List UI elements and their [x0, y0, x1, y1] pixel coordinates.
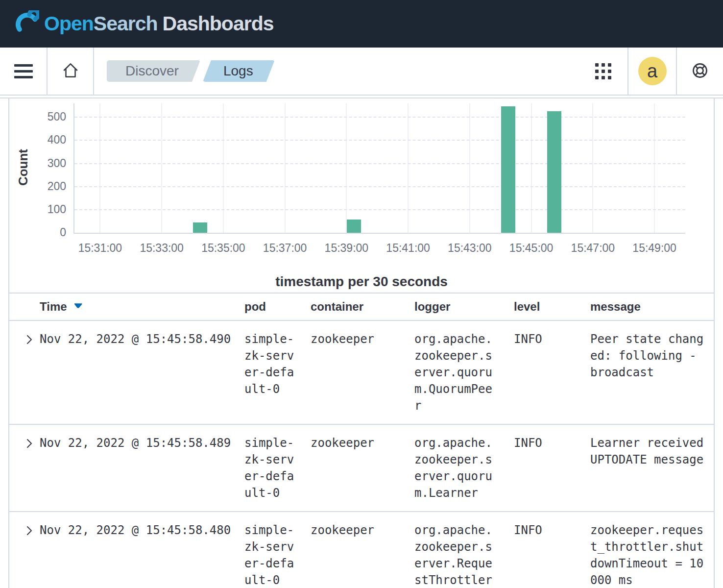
y-axis-line	[73, 103, 74, 233]
chart-vertical-gridline	[654, 103, 655, 233]
x-axis-title: timestamp per 30 seconds	[9, 274, 714, 290]
avatar[interactable]: a	[638, 57, 667, 85]
cell-container: zookeeper	[311, 331, 414, 414]
column-header-message[interactable]: message	[590, 300, 714, 314]
x-axis-tick-label: 15:43:00	[438, 242, 502, 255]
x-axis-line	[73, 233, 685, 234]
cell-level: INFO	[514, 435, 590, 501]
cell-message: zookeeper.request_throttler.shutdownTime…	[590, 522, 707, 588]
log-table-body: Nov 22, 2022 @ 15:45:58.490simple-zk-ser…	[9, 321, 714, 588]
brand-text: OpenSearchDashboards	[44, 12, 274, 35]
cell-level: INFO	[514, 331, 590, 414]
chart-vertical-gridline	[223, 103, 224, 233]
chart-vertical-gridline	[285, 103, 286, 233]
table-header-row: Time pod container logger level message	[9, 293, 714, 321]
x-axis-tick-label: 15:37:00	[253, 242, 317, 255]
y-axis-tick-label: 300	[27, 157, 66, 170]
chart-horizontal-gridline	[74, 163, 685, 164]
chart-horizontal-gridline	[74, 117, 685, 118]
cell-container: zookeeper	[311, 435, 414, 501]
chart-vertical-gridline	[408, 103, 409, 233]
brand-dashboards: Dashboards	[163, 12, 274, 35]
cell-time: Nov 22, 2022 @ 15:45:58.489	[40, 435, 244, 501]
cell-message: Learner received UPTODATE message	[590, 435, 707, 501]
x-axis-tick-label: 15:45:00	[500, 242, 563, 255]
histogram-bar[interactable]	[347, 220, 361, 233]
cell-logger: org.apache.zookeeper.server.quorum.Learn…	[414, 435, 495, 501]
brand-search: Search	[94, 12, 158, 35]
breadcrumb-logs[interactable]: Logs	[203, 60, 275, 82]
x-axis-tick-label: 15:35:00	[192, 242, 255, 255]
cell-message: Peer state changed: following - broadcas…	[590, 331, 707, 414]
menu-button[interactable]	[0, 48, 47, 95]
cell-time: Nov 22, 2022 @ 15:45:58.490	[40, 331, 244, 414]
sort-descending-arrow-icon[interactable]	[72, 299, 84, 315]
chart-horizontal-gridline	[74, 209, 685, 210]
hamburger-icon	[14, 64, 33, 78]
opensearch-brand[interactable]: OpenSearchDashboards	[14, 10, 274, 38]
cell-pod: simple-zk-server-default-0	[244, 522, 296, 588]
chart-horizontal-gridline	[74, 140, 685, 141]
breadcrumb-discover[interactable]: Discover	[107, 60, 200, 82]
home-button[interactable]	[48, 48, 93, 95]
chart-vertical-gridline	[99, 103, 100, 233]
help-button[interactable]	[677, 48, 723, 95]
apps-grid-icon	[595, 63, 611, 79]
expand-row-button[interactable]	[18, 435, 35, 451]
cell-container: zookeeper	[311, 522, 414, 588]
histogram-chart: Count timestamp per 30 seconds 15:31:001…	[9, 98, 714, 293]
x-axis-tick-label: 15:41:00	[376, 242, 440, 255]
y-axis-tick-label: 500	[27, 110, 66, 123]
cell-pod: simple-zk-server-default-0	[244, 331, 296, 414]
cell-logger: org.apache.zookeeper.server.RequestThrot…	[414, 522, 495, 588]
column-header-container[interactable]: container	[311, 300, 414, 314]
opensearch-logo-icon	[14, 10, 39, 38]
divider	[93, 48, 94, 95]
y-axis-tick-label: 200	[27, 180, 66, 193]
expand-row-button[interactable]	[18, 331, 35, 347]
table-row: Nov 22, 2022 @ 15:45:58.480simple-zk-ser…	[9, 512, 714, 588]
app-header: OpenSearchDashboards	[0, 0, 723, 48]
expand-row-button[interactable]	[18, 522, 35, 539]
chart-vertical-gridline	[469, 103, 470, 233]
chart-horizontal-gridline	[74, 186, 685, 187]
home-icon	[61, 61, 80, 81]
column-header-logger[interactable]: logger	[414, 300, 514, 314]
brand-open: Open	[44, 12, 94, 35]
x-axis-tick-label: 15:39:00	[314, 242, 378, 255]
column-header-time[interactable]: Time	[40, 299, 244, 315]
cell-pod: simple-zk-server-default-0	[244, 435, 296, 501]
x-axis-tick-label: 15:31:00	[68, 242, 132, 255]
y-axis-tick-label: 400	[27, 133, 66, 147]
cell-logger: org.apache.zookeeper.server.quorum.Quoru…	[414, 331, 495, 414]
chart-vertical-gridline	[161, 103, 162, 233]
life-buoy-icon	[690, 61, 710, 82]
histogram-bar[interactable]	[193, 222, 207, 233]
chart-vertical-gridline	[346, 103, 347, 233]
column-header-pod[interactable]: pod	[244, 300, 311, 314]
x-axis-tick-label: 15:49:00	[623, 242, 686, 255]
y-axis-tick-label: 100	[27, 203, 66, 216]
table-row: Nov 22, 2022 @ 15:45:58.490simple-zk-ser…	[9, 321, 714, 425]
chevron-right-icon	[24, 531, 35, 539]
chart-vertical-gridline	[592, 103, 593, 233]
y-axis-tick-label: 0	[27, 226, 66, 239]
column-header-level[interactable]: level	[514, 300, 590, 314]
x-axis-tick-label: 15:47:00	[561, 242, 625, 255]
cell-time: Nov 22, 2022 @ 15:45:58.480	[40, 522, 244, 588]
chevron-right-icon	[24, 340, 35, 347]
nav-bar: Discover Logs a	[0, 48, 723, 96]
cell-level: INFO	[514, 522, 590, 588]
chart-vertical-gridline	[531, 103, 532, 233]
x-axis-tick-label: 15:33:00	[130, 242, 193, 255]
histogram-bar[interactable]	[501, 106, 515, 233]
table-row: Nov 22, 2022 @ 15:45:58.489simple-zk-ser…	[9, 425, 714, 512]
breadcrumbs: Discover Logs	[107, 60, 275, 82]
content-panel: Count timestamp per 30 seconds 15:31:001…	[8, 98, 715, 588]
chevron-right-icon	[24, 444, 35, 451]
apps-menu-button[interactable]	[578, 48, 627, 95]
histogram-bar[interactable]	[547, 111, 561, 233]
